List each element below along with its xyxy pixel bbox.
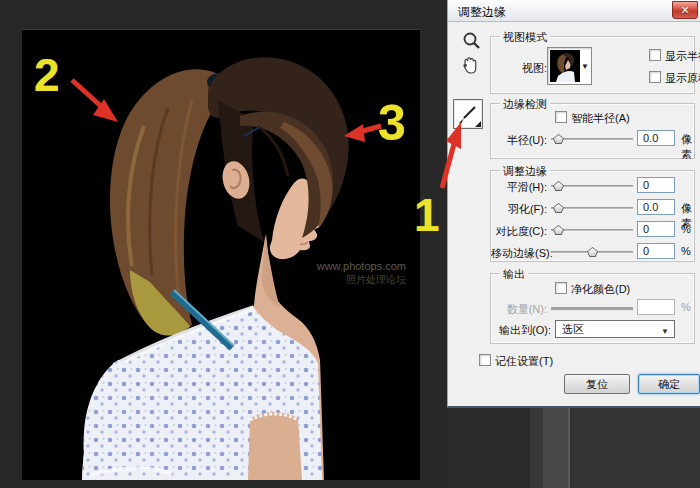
shift-edge-slider-track[interactable] bbox=[551, 251, 633, 254]
edge-detection-group: 边缘检测 智能半径(A) 半径(U): 0.0 像素 bbox=[490, 103, 695, 159]
reset-button[interactable]: 复位 bbox=[564, 374, 630, 394]
output-to-label: 输出到(O): bbox=[491, 323, 551, 338]
annotation-1: 1 bbox=[414, 192, 440, 238]
smooth-value-input[interactable]: 0 bbox=[637, 177, 675, 193]
smooth-slider-thumb[interactable] bbox=[553, 181, 564, 191]
smooth-slider-track[interactable] bbox=[551, 185, 633, 188]
close-button[interactable]: ✕ bbox=[672, 1, 698, 19]
smooth-label: 平滑(H): bbox=[491, 180, 547, 195]
adjust-edge-group-label: 调整边缘 bbox=[500, 164, 550, 179]
radius-slider-thumb[interactable] bbox=[553, 134, 564, 144]
hand-tool-button[interactable] bbox=[458, 54, 482, 78]
watermark-url: www.photops.com bbox=[317, 260, 406, 273]
vertical-scrollbar[interactable] bbox=[543, 408, 568, 488]
show-original-label: 显示原稿 (P) bbox=[665, 71, 700, 86]
view-thumbnail-dropdown[interactable]: ▼ bbox=[547, 47, 592, 85]
contrast-label: 对比度(C): bbox=[491, 224, 547, 239]
refine-radius-brush-icon bbox=[454, 100, 482, 128]
radius-value-input[interactable]: 0.0 bbox=[637, 130, 675, 146]
adjust-edge-group: 调整边缘 平滑(H): 0 羽化(F): 0.0 像素 对比度(C): 0 % … bbox=[490, 170, 695, 262]
feather-slider-track[interactable] bbox=[551, 207, 633, 210]
output-group-label: 输出 bbox=[500, 267, 528, 282]
output-to-dropdown[interactable]: 选区 ▼ bbox=[555, 320, 675, 338]
remember-settings-label: 记住设置(T) bbox=[495, 354, 553, 369]
amount-value-input bbox=[637, 299, 675, 315]
view-thumbnail-image bbox=[550, 50, 580, 82]
output-group: 输出 净化颜色(D) 数量(N): % 输出到(O): 选区 ▼ bbox=[490, 273, 695, 344]
shift-edge-unit: % bbox=[681, 245, 691, 257]
view-mode-group-label: 视图模式 bbox=[500, 30, 550, 45]
show-radius-label: 显示半径 (J) bbox=[665, 49, 700, 64]
decontaminate-colors-label: 净化颜色(D) bbox=[571, 282, 630, 297]
annotation-2: 2 bbox=[34, 52, 60, 98]
watermark: www.photops.com 照片处理论坛 bbox=[317, 260, 406, 286]
panel-background bbox=[570, 408, 700, 488]
feather-label: 羽化(F): bbox=[491, 202, 547, 217]
decontaminate-colors-checkbox[interactable] bbox=[555, 282, 567, 294]
annotation-3: 3 bbox=[378, 98, 406, 148]
chevron-down-icon: ▼ bbox=[581, 62, 589, 71]
view-label: 视图: bbox=[505, 61, 547, 76]
photoshop-workspace: www.photops.com 照片处理论坛 2 3 1 调整边缘 ✕ bbox=[0, 0, 700, 488]
dialog-titlebar[interactable]: 调整边缘 ✕ bbox=[448, 0, 700, 22]
contrast-value-input[interactable]: 0 bbox=[637, 221, 675, 237]
shift-edge-slider-thumb[interactable] bbox=[587, 247, 598, 257]
contrast-unit: % bbox=[681, 223, 691, 235]
radius-slider-track[interactable] bbox=[551, 138, 633, 141]
close-icon: ✕ bbox=[680, 4, 689, 16]
edge-detection-group-label: 边缘检测 bbox=[500, 97, 550, 112]
radius-unit: 像素 bbox=[681, 132, 694, 162]
amount-unit: % bbox=[681, 301, 691, 313]
contrast-slider-track[interactable] bbox=[551, 229, 633, 232]
watermark-forum: 照片处理论坛 bbox=[317, 273, 406, 286]
zoom-tool-button[interactable] bbox=[460, 30, 484, 54]
refine-edge-dialog: 调整边缘 ✕ 视图模式 视图: bbox=[447, 0, 700, 408]
image-canvas: www.photops.com 照片处理论坛 bbox=[22, 30, 420, 480]
panel-divider bbox=[530, 408, 543, 488]
view-mode-group: 视图模式 视图: ▼ 显示半径 (J) 显示原稿 (P) bbox=[490, 36, 695, 94]
radius-label: 半径(U): bbox=[491, 133, 547, 148]
feather-value-input[interactable]: 0.0 bbox=[637, 199, 675, 215]
workspace-under-dialog bbox=[447, 408, 700, 488]
amount-label: 数量(N): bbox=[491, 302, 547, 317]
remember-settings-checkbox[interactable] bbox=[479, 354, 491, 366]
ok-button[interactable]: 确定 bbox=[638, 374, 700, 394]
shift-edge-label: 移动边缘(S): bbox=[491, 246, 547, 261]
dialog-title: 调整边缘 bbox=[458, 4, 506, 21]
smart-radius-checkbox[interactable] bbox=[555, 111, 567, 123]
smart-radius-label: 智能半径(A) bbox=[571, 111, 630, 126]
shift-edge-value-input[interactable]: 0 bbox=[637, 243, 675, 259]
show-original-checkbox[interactable] bbox=[649, 71, 661, 83]
amount-slider-track-disabled bbox=[551, 307, 633, 311]
feather-slider-thumb[interactable] bbox=[553, 203, 564, 213]
chevron-down-icon: ▼ bbox=[661, 324, 669, 340]
show-radius-checkbox[interactable] bbox=[649, 49, 661, 61]
output-to-value: 选区 bbox=[562, 323, 584, 335]
contrast-slider-thumb[interactable] bbox=[553, 225, 564, 235]
refine-radius-brush-button[interactable] bbox=[453, 99, 483, 129]
girl-portrait-photo bbox=[22, 30, 420, 480]
